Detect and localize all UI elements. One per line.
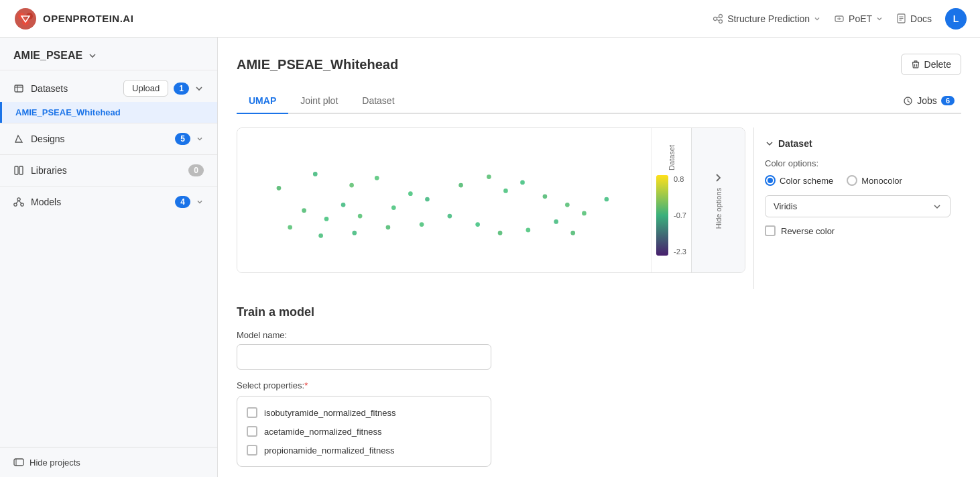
arrow-right-icon bbox=[713, 172, 725, 184]
color-scheme-radio-circle bbox=[765, 175, 776, 186]
trash-icon bbox=[911, 60, 920, 69]
docs-nav[interactable]: Docs bbox=[896, 13, 932, 24]
svg-point-41 bbox=[520, 180, 525, 185]
project-header[interactable]: AMIE_PSEAE bbox=[0, 38, 217, 70]
poet-chevron bbox=[876, 15, 883, 22]
colorbar-dataset-label: Dataset bbox=[668, 145, 676, 170]
tab-joint-plot[interactable]: Joint plot bbox=[288, 89, 350, 114]
models-header[interactable]: Models 4 bbox=[0, 187, 217, 217]
sidebar: AMIE_PSEAE Datasets Upload 1 bbox=[0, 38, 218, 477]
designs-count-badge: 5 bbox=[175, 133, 190, 145]
hide-options-panel[interactable]: Hide options bbox=[691, 128, 745, 272]
svg-point-33 bbox=[302, 208, 306, 213]
svg-point-48 bbox=[318, 233, 323, 238]
property-checkbox-1[interactable] bbox=[247, 426, 257, 437]
svg-point-4 bbox=[714, 17, 717, 20]
property-item-0: isobutyramide_normalized_fitness bbox=[247, 403, 481, 422]
svg-rect-14 bbox=[15, 85, 23, 92]
structure-prediction-nav[interactable]: Structure Prediction bbox=[713, 13, 820, 24]
datasets-expand-icon[interactable] bbox=[194, 84, 204, 93]
svg-point-27 bbox=[277, 186, 282, 191]
jobs-count-badge: 6 bbox=[941, 96, 955, 105]
libraries-header[interactable]: Libraries 0 bbox=[0, 155, 217, 186]
svg-point-38 bbox=[458, 183, 463, 188]
datasets-icon bbox=[13, 83, 24, 94]
svg-point-50 bbox=[475, 222, 480, 227]
svg-line-22 bbox=[16, 201, 19, 203]
required-indicator: * bbox=[304, 380, 308, 390]
datasets-header: Datasets Upload 1 bbox=[0, 70, 217, 102]
structure-prediction-chevron bbox=[814, 15, 820, 22]
color-scheme-dropdown[interactable]: Viridis bbox=[765, 195, 951, 217]
select-properties-label: Select properties:* bbox=[237, 380, 961, 390]
monocolor-radio[interactable]: Monocolor bbox=[847, 175, 902, 186]
project-chevron-icon bbox=[88, 51, 97, 60]
svg-point-20 bbox=[14, 203, 17, 206]
designs-header[interactable]: Designs 5 bbox=[0, 123, 217, 154]
libraries-section: Libraries 0 bbox=[0, 154, 217, 186]
train-section: Train a model Model name: Select propert… bbox=[237, 305, 961, 477]
svg-point-56 bbox=[570, 231, 575, 235]
models-count-badge: 4 bbox=[175, 196, 190, 208]
umap-container: Dataset 0.8 -0.7 -2.3 bbox=[237, 127, 745, 273]
svg-point-32 bbox=[341, 203, 346, 207]
models-chevron-icon bbox=[196, 198, 204, 206]
datasets-section: Datasets Upload 1 AMIE_PSEAE_Whitehead bbox=[0, 70, 217, 123]
color-scheme-radio-group: Color scheme Monocolor bbox=[765, 175, 951, 186]
content-header: AMIE_PSEAE_Whitehead Delete bbox=[237, 54, 961, 75]
designs-icon bbox=[13, 134, 24, 144]
svg-point-31 bbox=[408, 191, 413, 196]
properties-list: isobutyramide_normalized_fitness acetami… bbox=[237, 396, 491, 467]
content-title: AMIE_PSEAE_Whitehead bbox=[237, 57, 398, 72]
top-navigation: OPENPROTEIN.AI Structure Prediction PoET bbox=[0, 0, 980, 38]
property-item-2: propionamide_normalized_fitness bbox=[247, 441, 481, 460]
jobs-icon bbox=[903, 96, 913, 106]
libraries-count-badge: 0 bbox=[188, 164, 204, 176]
reverse-color-checkbox-box bbox=[765, 225, 776, 236]
svg-point-43 bbox=[565, 203, 570, 207]
dataset-item-amie[interactable]: AMIE_PSEAE_Whitehead bbox=[0, 102, 217, 123]
delete-button[interactable]: Delete bbox=[901, 54, 961, 75]
svg-point-46 bbox=[386, 225, 391, 229]
umap-row: Dataset 0.8 -0.7 -2.3 bbox=[237, 127, 961, 289]
docs-icon bbox=[896, 13, 906, 23]
train-title: Train a model bbox=[237, 305, 961, 319]
tab-dataset[interactable]: Dataset bbox=[350, 89, 406, 114]
upload-button[interactable]: Upload bbox=[123, 80, 168, 97]
svg-rect-17 bbox=[15, 166, 18, 174]
upload-row: Upload 1 bbox=[123, 80, 204, 97]
dataset-panel-title: Dataset bbox=[765, 138, 951, 149]
color-scheme-value: Viridis bbox=[774, 201, 797, 211]
svg-point-6 bbox=[719, 19, 723, 23]
main-content: AMIE_PSEAE_Whitehead Delete UMAP Joint p… bbox=[218, 38, 980, 477]
color-scheme-radio[interactable]: Color scheme bbox=[765, 175, 833, 186]
dataset-panel-collapse-icon[interactable] bbox=[765, 139, 774, 148]
hide-options-label: Hide options bbox=[715, 188, 723, 229]
svg-point-28 bbox=[313, 172, 318, 176]
dropdown-chevron-icon bbox=[932, 202, 942, 211]
monocolor-radio-circle bbox=[847, 175, 857, 186]
user-avatar[interactable]: L bbox=[945, 8, 967, 30]
colorbar-ticks: 0.8 -0.7 -2.3 bbox=[674, 175, 686, 256]
designs-chevron-icon bbox=[196, 135, 204, 143]
property-checkbox-2[interactable] bbox=[247, 445, 257, 456]
property-checkbox-0[interactable] bbox=[247, 407, 257, 418]
content-tabs: UMAP Joint plot Dataset Jobs 6 bbox=[237, 89, 961, 114]
tab-umap[interactable]: UMAP bbox=[237, 89, 288, 114]
svg-line-7 bbox=[717, 17, 719, 18]
jobs-button[interactable]: Jobs 6 bbox=[896, 91, 961, 110]
poet-nav[interactable]: PoET bbox=[834, 13, 883, 24]
model-name-input[interactable] bbox=[237, 344, 491, 370]
logo-icon bbox=[13, 7, 38, 31]
svg-point-39 bbox=[487, 174, 491, 179]
hide-projects-icon bbox=[13, 457, 24, 468]
libraries-label: Libraries bbox=[31, 165, 67, 176]
svg-line-8 bbox=[717, 19, 719, 21]
property-label-0: isobutyramide_normalized_fitness bbox=[264, 408, 396, 418]
colorbar-gradient bbox=[656, 175, 668, 256]
umap-plot bbox=[237, 128, 651, 272]
models-section: Models 4 bbox=[0, 186, 217, 217]
reverse-color-checkbox[interactable]: Reverse color bbox=[765, 225, 951, 236]
topnav-right: Structure Prediction PoET Docs L bbox=[713, 8, 967, 30]
hide-projects-button[interactable]: Hide projects bbox=[0, 447, 217, 477]
